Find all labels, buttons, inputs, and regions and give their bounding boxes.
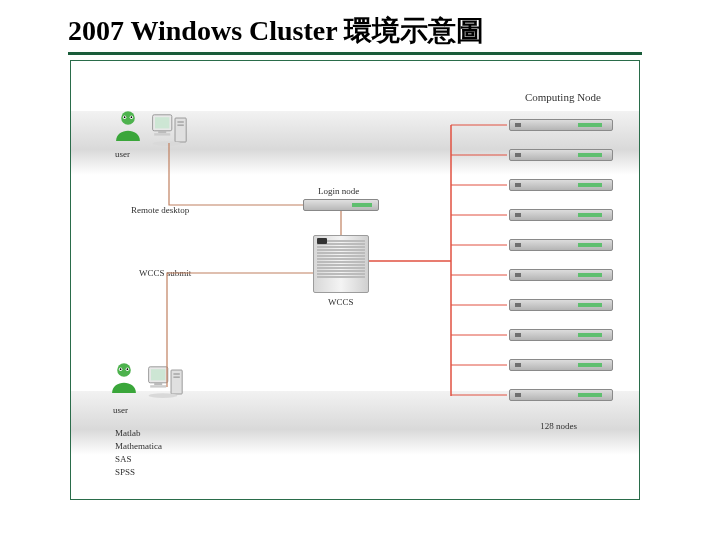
compute-node-unit [509,389,613,401]
svg-rect-8 [154,133,170,135]
compute-node-unit [509,209,613,221]
compute-node-rack [509,119,613,401]
page-title: 2007 Windows Cluster 環境示意圖 [68,12,642,55]
compute-node-unit [509,269,613,281]
compute-node-unit [509,149,613,161]
user-icon-bottom [107,359,141,393]
svg-rect-10 [177,121,183,123]
user-icon-top [111,107,145,141]
svg-point-12 [153,141,182,146]
software-item: Mathematica [115,440,162,453]
svg-rect-7 [158,131,166,133]
svg-rect-20 [154,383,162,385]
compute-node-unit [509,239,613,251]
software-list: Matlab Mathematica SAS SPSS [115,427,162,479]
wccs-submit-label: WCCS submit [139,268,191,278]
workstation-icon-bottom [147,365,187,403]
wccs-label: WCCS [328,297,354,307]
user-label-bottom: user [113,405,128,415]
compute-node-unit [509,119,613,131]
wccs-server-icon [313,235,369,293]
software-item: SPSS [115,466,162,479]
login-node-icon [303,199,379,211]
node-count-label: 128 nodes [540,421,577,431]
svg-rect-19 [151,369,165,380]
user-label-top: user [115,149,130,159]
svg-rect-11 [177,124,183,126]
svg-point-17 [127,368,129,370]
compute-node-unit [509,329,613,341]
svg-rect-24 [173,376,179,378]
computing-node-label: Computing Node [525,91,601,103]
svg-point-3 [124,116,126,118]
svg-rect-23 [173,373,179,375]
svg-rect-6 [155,117,169,128]
svg-point-16 [120,368,122,370]
compute-node-unit [509,359,613,371]
login-node-label: Login node [318,186,359,196]
compute-node-unit [509,299,613,311]
workstation-icon-top [151,113,191,151]
software-item: Matlab [115,427,162,440]
svg-point-25 [149,393,178,398]
compute-node-unit [509,179,613,191]
svg-point-4 [131,116,133,118]
remote-desktop-label: Remote desktop [131,205,189,215]
software-item: SAS [115,453,162,466]
architecture-diagram: user user Login node WCCS [70,60,640,500]
svg-rect-21 [150,385,166,387]
